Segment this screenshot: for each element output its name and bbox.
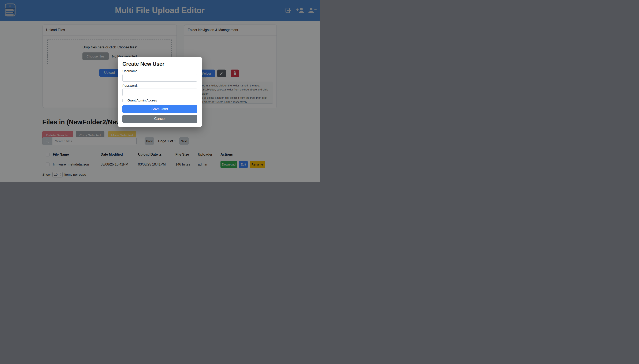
save-user-button[interactable]: Save User: [122, 105, 197, 113]
password-field[interactable]: [122, 88, 197, 96]
grant-admin-checkbox[interactable]: [122, 99, 126, 102]
create-user-modal: Create New User Username: Password: Gran…: [118, 57, 202, 127]
modal-title: Create New User: [122, 61, 197, 67]
username-field[interactable]: [122, 74, 197, 82]
password-label: Password:: [122, 84, 197, 88]
grant-admin-label: Grant Admin Access: [128, 98, 157, 102]
username-label: Username:: [122, 69, 197, 73]
app-page: Multi File Upload Editor: [0, 0, 320, 182]
cancel-button[interactable]: Cancel: [122, 115, 197, 123]
